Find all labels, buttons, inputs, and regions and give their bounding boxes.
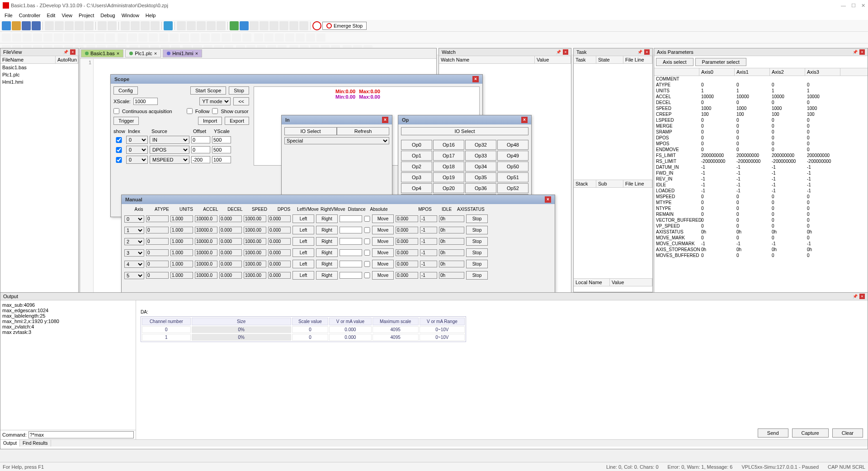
open-icon[interactable] — [12, 21, 21, 30]
axis-param-row[interactable]: ATYPE0000 — [654, 82, 868, 88]
axis-param-row[interactable]: VECTOR_BUFFERED0000 — [654, 217, 868, 223]
axis-param-row[interactable]: REV_IN-1-1-1-1 — [654, 176, 868, 182]
editor-tab-basic[interactable]: Basic1.bas× — [81, 49, 123, 57]
close-icon[interactable]: × — [117, 51, 119, 56]
absolute-checkbox[interactable] — [364, 261, 370, 267]
col-watchname[interactable]: Watch Name — [439, 56, 535, 63]
output-text[interactable]: max_sub:4096max_edgescan:1024max_lablele… — [0, 300, 136, 430]
tool-icon[interactable] — [45, 21, 54, 30]
yscale-input[interactable] — [212, 136, 231, 143]
absolute-checkbox[interactable] — [364, 227, 370, 233]
op-button[interactable]: Op19 — [433, 172, 464, 182]
right-button[interactable]: Right — [316, 271, 338, 280]
saveall-icon[interactable] — [32, 21, 41, 30]
tool-icon[interactable] — [75, 21, 84, 30]
idle-input[interactable] — [420, 249, 437, 256]
distance-input[interactable] — [340, 238, 362, 245]
capture-button[interactable]: Capture — [792, 428, 829, 438]
col-sub[interactable]: Sub — [596, 180, 623, 187]
op-button[interactable]: Op4 — [401, 183, 432, 193]
draw-tool-icon[interactable] — [316, 33, 326, 42]
draw-tool-icon[interactable] — [33, 33, 42, 42]
col-axis0[interactable]: Axis0 — [699, 68, 735, 76]
close-icon[interactable]: × — [70, 49, 75, 55]
mpos-input[interactable] — [396, 215, 418, 222]
left-button[interactable]: Left — [292, 214, 314, 223]
axis-param-row[interactable]: COMMENT — [654, 76, 868, 82]
axisstatus-input[interactable] — [439, 249, 464, 256]
col-filename[interactable]: FileName — [0, 56, 56, 63]
move-button[interactable]: Move — [372, 237, 394, 246]
draw-tool-icon[interactable] — [85, 33, 94, 42]
axis-param-row[interactable]: MERGE0000 — [654, 123, 868, 129]
op-button[interactable]: Op32 — [465, 140, 496, 150]
units-input[interactable] — [170, 249, 193, 256]
command-input[interactable] — [28, 431, 134, 438]
axis-param-row[interactable]: MOVES_BUFFERED0000 — [654, 252, 868, 258]
absolute-checkbox[interactable] — [364, 238, 370, 244]
tool-icon[interactable] — [98, 21, 107, 30]
menu-help[interactable]: Help — [143, 12, 159, 19]
io-select-button[interactable]: IO Select — [284, 127, 337, 135]
stop-button[interactable]: Stop — [466, 271, 488, 280]
tool-icon[interactable] — [197, 21, 206, 30]
idle-input[interactable] — [420, 227, 437, 233]
file-item[interactable]: Plc1.plc — [0, 71, 78, 78]
menu-edit[interactable]: Edit — [44, 12, 58, 19]
axis-select[interactable]: 2 — [124, 238, 144, 245]
clear-button[interactable]: Clear — [832, 428, 863, 438]
pin-icon[interactable]: 📌 — [63, 50, 68, 54]
continuous-checkbox[interactable] — [113, 108, 119, 114]
close-icon[interactable]: × — [563, 49, 568, 55]
op-button[interactable]: Op49 — [497, 151, 528, 161]
left-button[interactable]: Left — [292, 237, 314, 246]
source-select[interactable]: DPOS — [150, 146, 189, 154]
draw-tool-icon[interactable] — [306, 33, 315, 42]
col-autorun[interactable]: AutoRun — [56, 56, 78, 63]
accel-input[interactable] — [195, 215, 217, 222]
file-item[interactable]: Basic1.bas — [0, 64, 78, 71]
close-icon[interactable]: × — [154, 51, 157, 56]
axis-param-row[interactable]: MPOS0000 — [654, 141, 868, 147]
close-icon[interactable]: × — [472, 76, 479, 82]
atype-input[interactable] — [146, 261, 169, 267]
idle-input[interactable] — [420, 238, 437, 245]
minimize-icon[interactable]: — — [841, 3, 846, 9]
speed-input[interactable] — [244, 215, 266, 222]
start-scope-button[interactable]: Start Scope — [190, 86, 226, 95]
col-stack[interactable]: Stack — [574, 180, 596, 187]
draw-tool-icon[interactable] — [54, 33, 63, 42]
menu-project[interactable]: Project — [76, 12, 97, 19]
yscale-input[interactable] — [212, 146, 231, 153]
draw-tool-icon[interactable] — [264, 33, 274, 42]
op-button[interactable]: Op51 — [497, 172, 528, 182]
index-select[interactable]: 0 — [126, 136, 148, 144]
draw-tool-icon[interactable] — [159, 33, 168, 42]
op-button[interactable]: Op17 — [433, 151, 464, 161]
tool-icon[interactable] — [250, 21, 259, 30]
close-icon[interactable]: × — [859, 49, 865, 55]
axis-select[interactable]: 4 — [124, 261, 144, 268]
decel-input[interactable] — [219, 272, 242, 279]
dpos-input[interactable] — [268, 261, 291, 267]
absolute-checkbox[interactable] — [364, 250, 370, 256]
menu-file[interactable]: File — [2, 12, 15, 19]
atype-input[interactable] — [146, 215, 169, 222]
file-item[interactable]: Hmi1.hmi — [0, 78, 78, 86]
menu-controller[interactable]: Controller — [16, 12, 43, 19]
draw-tool-icon[interactable] — [128, 33, 137, 42]
col-value[interactable]: Value — [610, 279, 652, 286]
import-button[interactable]: Import — [198, 117, 222, 125]
col-value[interactable]: Value — [535, 56, 571, 63]
units-input[interactable] — [170, 227, 193, 233]
axis-param-row[interactable]: MOVE_MARK0000 — [654, 235, 868, 241]
move-button[interactable]: Move — [372, 260, 394, 268]
editor-tab-hmi[interactable]: Hmi1.hmi× — [163, 49, 202, 57]
distance-input[interactable] — [340, 272, 362, 279]
tool-icon[interactable] — [279, 21, 288, 30]
axis-select[interactable]: 5 — [124, 272, 144, 279]
units-input[interactable] — [170, 238, 193, 245]
follow-checkbox[interactable] — [187, 108, 193, 114]
op-button[interactable]: Op1 — [401, 151, 432, 161]
left-button[interactable]: Left — [292, 271, 314, 280]
